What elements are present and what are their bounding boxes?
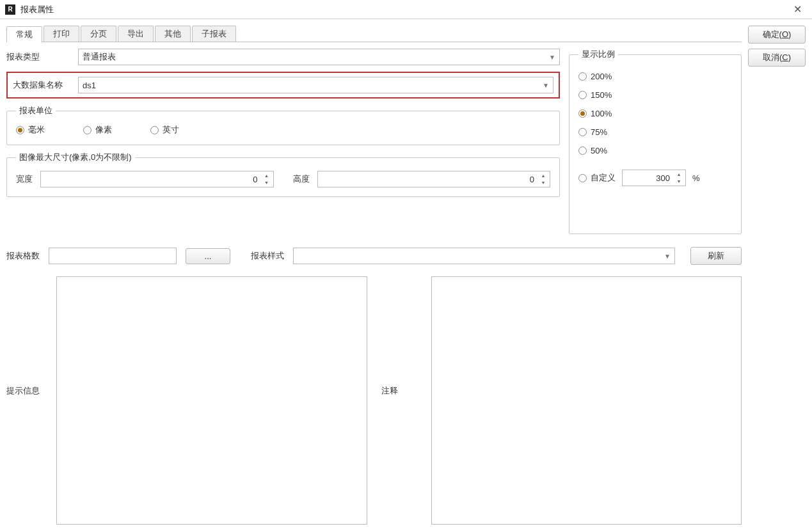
dataset-label: 大数据集名称 <box>13 79 70 91</box>
dataset-value: ds1 <box>83 81 96 90</box>
spin-up-icon[interactable]: ▲ <box>262 172 272 179</box>
refresh-button[interactable]: 刷新 <box>690 247 742 265</box>
size-row: 宽度 0 ▲▼ 高度 0 ▲▼ <box>16 171 550 187</box>
radio-icon <box>578 109 587 118</box>
format-input[interactable] <box>49 248 177 264</box>
width-item: 宽度 0 ▲▼ <box>16 171 274 187</box>
left-column: 报表类型 普通报表 ▼ 大数据集名称 ds1 ▼ 报表单位 <box>6 49 560 234</box>
ratio-legend: 显示比例 <box>578 49 618 60</box>
radio-icon <box>83 126 92 134</box>
close-icon[interactable]: ✕ <box>788 3 807 15</box>
tab-subreport[interactable]: 子报表 <box>192 26 236 42</box>
ratio-radio-100[interactable]: 100% <box>578 109 732 118</box>
dialog-body: 常规 打印 分页 导出 其他 子报表 报表类型 普通报表 ▼ 大数据集名称 <box>0 19 812 531</box>
width-label: 宽度 <box>16 173 33 185</box>
hint-col: 提示信息 <box>6 276 367 525</box>
spin-up-icon[interactable]: ▲ <box>674 171 684 178</box>
style-label: 报表样式 <box>251 250 284 262</box>
radio-icon <box>578 147 587 155</box>
side-buttons: 确定(O) 取消(C) <box>742 26 806 525</box>
unit-legend: 报表单位 <box>16 105 56 116</box>
browse-button[interactable]: ... <box>186 248 230 264</box>
height-item: 高度 0 ▲▼ <box>293 171 551 187</box>
unit-fieldset: 报表单位 毫米 像素 英寸 <box>6 105 560 145</box>
ratio-radio-custom[interactable]: 自定义 <box>578 172 616 184</box>
chevron-down-icon: ▼ <box>543 82 549 89</box>
bottom-row: 提示信息 注释 <box>6 276 742 525</box>
ratio-column: 显示比例 200% 150% 100% 75% 50% 自定义 300 ▲▼ <box>569 49 742 234</box>
tab-export[interactable]: 导出 <box>118 26 154 42</box>
radio-icon <box>578 72 587 81</box>
unit-radio-mm[interactable]: 毫米 <box>16 124 45 136</box>
comment-label: 注释 <box>381 276 425 525</box>
ratio-radio-50[interactable]: 50% <box>578 146 732 155</box>
height-label: 高度 <box>293 173 310 185</box>
app-icon: R <box>5 4 15 15</box>
format-row: 报表格数 ... 报表样式 ▼ 刷新 <box>6 247 742 265</box>
main-panel: 常规 打印 分页 导出 其他 子报表 报表类型 普通报表 ▼ 大数据集名称 <box>6 26 742 525</box>
tab-print[interactable]: 打印 <box>44 26 79 42</box>
comment-col: 注释 <box>381 276 742 525</box>
spin-down-icon[interactable]: ▼ <box>674 178 684 185</box>
ok-button[interactable]: 确定(O) <box>748 26 806 44</box>
ratio-fieldset: 显示比例 200% 150% 100% 75% 50% 自定义 300 ▲▼ <box>569 49 742 234</box>
ratio-radio-150[interactable]: 150% <box>578 90 732 100</box>
ratio-custom-value: 300 <box>626 173 670 183</box>
maxsize-fieldset: 图像最大尺寸(像素,0为不限制) 宽度 0 ▲▼ 高度 0 <box>6 152 560 197</box>
tab-content: 报表类型 普通报表 ▼ 大数据集名称 ds1 ▼ 报表单位 <box>6 49 742 234</box>
radio-icon <box>578 174 587 182</box>
radio-icon <box>578 91 587 99</box>
unit-radio-group: 毫米 像素 英寸 <box>16 124 550 136</box>
height-value: 0 <box>322 175 535 184</box>
tab-other[interactable]: 其他 <box>155 26 191 42</box>
report-type-value: 普通报表 <box>83 51 116 63</box>
radio-icon <box>578 128 587 136</box>
dataset-row-highlighted: 大数据集名称 ds1 ▼ <box>6 72 560 99</box>
ratio-radio-group: 200% 150% 100% 75% 50% 自定义 300 ▲▼ % <box>578 72 732 186</box>
spin-down-icon[interactable]: ▼ <box>262 179 272 186</box>
spin-up-icon[interactable]: ▲ <box>538 172 548 179</box>
ratio-radio-75[interactable]: 75% <box>578 127 732 137</box>
spin-down-icon[interactable]: ▼ <box>538 179 548 186</box>
radio-icon <box>16 126 24 134</box>
height-spinner[interactable]: 0 ▲▼ <box>317 171 551 187</box>
format-label: 报表格数 <box>6 250 40 262</box>
ratio-custom-spinner[interactable]: 300 ▲▼ <box>622 170 686 186</box>
tab-general[interactable]: 常规 <box>6 26 42 42</box>
title-bar: R 报表属性 ✕ <box>0 0 812 19</box>
width-spinner[interactable]: 0 ▲▼ <box>40 171 274 187</box>
report-type-label: 报表类型 <box>6 51 70 63</box>
report-type-select[interactable]: 普通报表 ▼ <box>78 49 560 65</box>
chevron-down-icon: ▼ <box>549 54 555 61</box>
tabs: 常规 打印 分页 导出 其他 子报表 <box>6 26 742 42</box>
ratio-custom-row: 自定义 300 ▲▼ % <box>578 170 732 186</box>
unit-radio-px[interactable]: 像素 <box>83 124 112 136</box>
report-type-row: 报表类型 普通报表 ▼ <box>6 49 560 65</box>
ratio-radio-200[interactable]: 200% <box>578 72 732 81</box>
comment-textarea[interactable] <box>431 276 742 525</box>
tab-paging[interactable]: 分页 <box>81 26 116 42</box>
dataset-select[interactable]: ds1 ▼ <box>78 77 553 93</box>
width-value: 0 <box>45 175 258 184</box>
hint-textarea[interactable] <box>56 276 367 525</box>
maxsize-legend: 图像最大尺寸(像素,0为不限制) <box>16 152 135 163</box>
hint-label: 提示信息 <box>6 276 50 525</box>
ratio-custom-unit: % <box>692 173 700 183</box>
unit-radio-inch[interactable]: 英寸 <box>150 124 179 136</box>
cancel-button[interactable]: 取消(C) <box>748 49 806 67</box>
radio-icon <box>150 126 159 134</box>
style-select[interactable]: ▼ <box>293 248 675 264</box>
chevron-down-icon: ▼ <box>664 253 671 260</box>
window-title: 报表属性 <box>20 4 788 15</box>
